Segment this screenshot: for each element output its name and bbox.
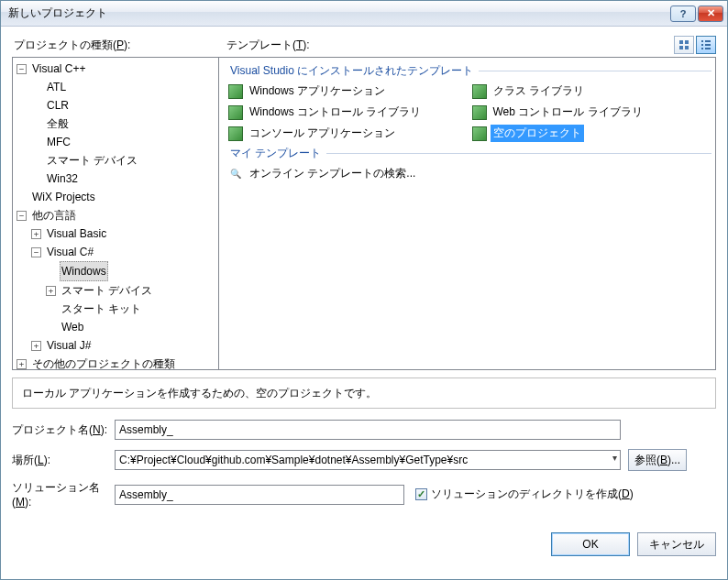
template-windows-app[interactable]: Windows アプリケーション xyxy=(225,81,469,102)
small-icons-icon xyxy=(700,39,711,50)
cancel-button[interactable]: キャンセル xyxy=(637,532,716,556)
view-buttons xyxy=(674,36,716,57)
csharp-icon xyxy=(472,126,487,141)
solution-name-label: ソリューション名(M): xyxy=(12,480,115,509)
svg-rect-4 xyxy=(701,40,703,42)
location-input[interactable] xyxy=(115,450,621,470)
project-name-input[interactable] xyxy=(115,420,621,440)
svg-rect-6 xyxy=(701,44,703,46)
ok-button[interactable]: OK xyxy=(551,532,630,556)
help-button[interactable]: ? xyxy=(670,5,696,22)
project-name-row: プロジェクト名(N): xyxy=(12,420,716,440)
create-dir-label: ソリューションのディレクトリを作成(D) xyxy=(431,487,634,502)
templates-label: テンプレート(T): xyxy=(225,36,674,57)
template-online-search[interactable]: 🔍オンライン テンプレートの検索... xyxy=(225,163,469,184)
pane-labels: プロジェクトの種類(P): テンプレート(T): xyxy=(12,36,716,57)
window-title: 新しいプロジェクト xyxy=(8,5,668,21)
installed-templates-grid: Windows アプリケーション クラス ライブラリ Windows コントロー… xyxy=(225,81,711,144)
group-my-templates: マイ テンプレート xyxy=(225,144,711,163)
dialog-content: プロジェクトの種類(P): テンプレート(T): −Visual C++ xyxy=(1,27,727,579)
search-icon: 🔍 xyxy=(228,167,243,181)
location-combo: ▾ xyxy=(115,450,621,470)
csharp-icon xyxy=(228,84,243,99)
description-text: ローカル アプリケーションを作成するための、空のプロジェクトです。 xyxy=(22,386,377,401)
csharp-icon xyxy=(228,105,243,120)
tree-node-general[interactable]: 全般 xyxy=(31,115,216,133)
large-icons-button[interactable] xyxy=(674,36,694,54)
svg-rect-7 xyxy=(705,44,711,46)
csharp-icon xyxy=(472,84,487,99)
tree-node-clr[interactable]: CLR xyxy=(31,96,216,115)
template-web-control[interactable]: Web コントロール ライブラリ xyxy=(469,102,712,123)
csharp-icon xyxy=(228,126,243,141)
template-class-library[interactable]: クラス ライブラリ xyxy=(469,81,712,102)
project-name-label: プロジェクト名(N): xyxy=(12,422,115,438)
browse-button[interactable]: 参照(B)... xyxy=(628,449,687,471)
dialog-buttons: OK キャンセル xyxy=(12,518,716,556)
large-icons-icon xyxy=(678,39,689,50)
tree-node-wix[interactable]: WiX Projects xyxy=(17,188,216,206)
tree-node-smart-device2[interactable]: +スマート デバイス xyxy=(46,281,216,300)
description-box: ローカル アプリケーションを作成するための、空のプロジェクトです。 xyxy=(12,378,716,409)
tree-node-web[interactable]: Web xyxy=(46,318,216,336)
dialog-window: 新しいプロジェクト ? ✕ プロジェクトの種類(P): テンプレート(T): xyxy=(0,0,728,580)
my-templates-grid: 🔍オンライン テンプレートの検索... xyxy=(225,163,711,184)
tree-node-windows[interactable]: Windows xyxy=(46,261,216,281)
tree-node-other-projects[interactable]: +その他のプロジェクトの種類 xyxy=(17,355,216,370)
project-types-tree[interactable]: −Visual C++ ATL CLR 全般 MFC スマート デバイス Win… xyxy=(12,57,219,370)
location-row: 場所(L): ▾ 参照(B)... xyxy=(12,449,716,471)
templates-list[interactable]: Visual Studio にインストールされたテンプレート Windows ア… xyxy=(219,57,716,370)
svg-rect-3 xyxy=(685,46,689,49)
tree-node-atl[interactable]: ATL xyxy=(31,78,216,96)
project-types-label: プロジェクトの種類(P): xyxy=(12,36,225,57)
create-dir-checkbox-row: ✓ ソリューションのディレクトリを作成(D) xyxy=(415,487,634,502)
tree-node-smart-device[interactable]: スマート デバイス xyxy=(31,151,216,170)
small-icons-button[interactable] xyxy=(696,36,716,54)
svg-rect-0 xyxy=(679,40,683,44)
tree-node-starter[interactable]: スタート キット xyxy=(46,300,216,318)
tree-node-vjsharp[interactable]: +Visual J# xyxy=(31,336,216,355)
group-installed: Visual Studio にインストールされたテンプレート xyxy=(225,61,711,81)
tree-node-vb[interactable]: +Visual Basic xyxy=(31,224,216,243)
tree-node-win32[interactable]: Win32 xyxy=(31,170,216,188)
svg-rect-8 xyxy=(701,48,703,49)
svg-rect-2 xyxy=(679,46,683,49)
template-empty[interactable]: 空のプロジェクト xyxy=(469,123,712,144)
template-windows-control[interactable]: Windows コントロール ライブラリ xyxy=(225,102,469,123)
tree-node-vcs[interactable]: −Visual C# xyxy=(31,243,216,261)
titlebar: 新しいプロジェクト ? ✕ xyxy=(1,1,727,27)
csharp-icon xyxy=(472,105,487,120)
template-console[interactable]: コンソール アプリケーション xyxy=(225,123,469,144)
panes: −Visual C++ ATL CLR 全般 MFC スマート デバイス Win… xyxy=(12,57,716,370)
tree-node-mfc[interactable]: MFC xyxy=(31,133,216,151)
tree-node-vcpp[interactable]: −Visual C++ xyxy=(17,60,216,78)
create-dir-checkbox[interactable]: ✓ xyxy=(415,488,427,500)
svg-rect-5 xyxy=(705,40,711,42)
location-label: 場所(L): xyxy=(12,453,115,468)
tree-node-other-lang[interactable]: −他の言語 xyxy=(17,206,216,224)
solution-name-input[interactable] xyxy=(115,485,404,505)
svg-rect-9 xyxy=(705,48,711,49)
close-button[interactable]: ✕ xyxy=(698,5,723,22)
solution-name-row: ソリューション名(M): ✓ ソリューションのディレクトリを作成(D) xyxy=(12,480,716,509)
svg-rect-1 xyxy=(685,40,689,44)
